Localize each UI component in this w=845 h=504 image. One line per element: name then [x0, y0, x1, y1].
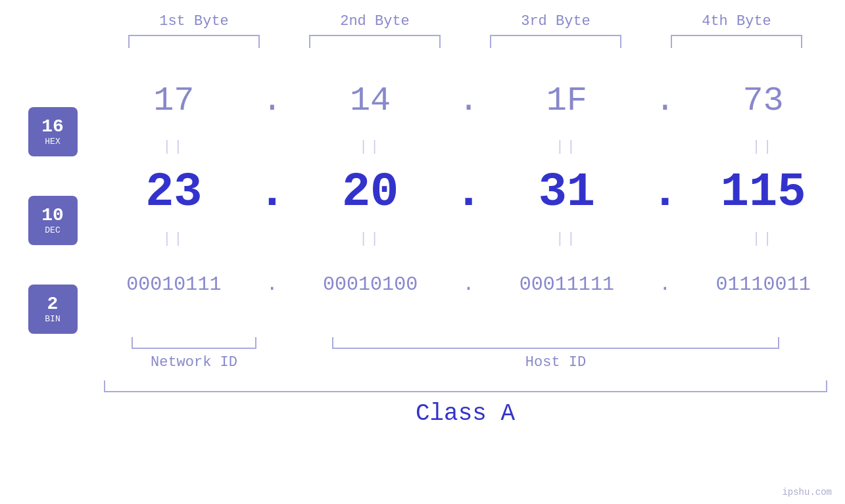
dec-dot2: .: [452, 166, 485, 219]
host-id-label: Host ID: [285, 354, 827, 371]
vbar-4: ||: [752, 139, 774, 155]
vbar-2: ||: [359, 139, 381, 155]
bin-dot3: .: [648, 273, 681, 296]
hex-badge: 16 HEX: [28, 107, 78, 156]
bracket-top-1: [128, 35, 260, 48]
vbar2-1: ||: [162, 231, 185, 247]
bin-badge: 2 BIN: [28, 285, 78, 334]
hex-byte1: 17: [92, 81, 256, 120]
bin-byte2: 00010100: [289, 273, 452, 296]
byte-headers: 1st Byte 2nd Byte 3rd Byte 4th Byte: [104, 13, 827, 30]
hex-badge-label: HEX: [45, 137, 60, 147]
dec-badge-number: 10: [41, 206, 64, 226]
top-bracket-1: [104, 35, 285, 48]
host-bracket-bottom: [332, 337, 779, 349]
bin-dot2: .: [452, 273, 485, 296]
byte1-header: 1st Byte: [104, 13, 285, 30]
dec-byte2: 20: [289, 166, 452, 219]
main-container: 1st Byte 2nd Byte 3rd Byte 4th Byte 16 H…: [0, 0, 845, 504]
vbar2-4: ||: [752, 231, 774, 247]
dec-byte4: 115: [681, 166, 845, 219]
top-bracket-2: [285, 35, 466, 48]
vsep2-cell-4: ||: [681, 231, 845, 247]
content-grid: 17 . 14 . 1F . 73 || || ||: [92, 68, 845, 334]
badges-column: 16 HEX 10 DEC 2 BIN: [0, 68, 92, 334]
hex-byte2: 14: [289, 81, 452, 120]
vsep-cell-4: ||: [681, 139, 845, 155]
vsep2-cell-3: ||: [485, 231, 649, 247]
hex-byte4: 73: [681, 81, 845, 120]
network-bracket-bottom: [132, 337, 256, 349]
dec-badge: 10 DEC: [28, 196, 78, 245]
vsep-cell-2: ||: [289, 139, 452, 155]
vbar2-2: ||: [359, 231, 381, 247]
vert-sep-1: || || || ||: [92, 133, 845, 160]
network-bracket: [104, 337, 285, 349]
bottom-section: Network ID Host ID Class A: [104, 337, 827, 427]
bracket-top-3: [490, 35, 621, 48]
bin-dot1: .: [256, 273, 289, 296]
hex-dot1: .: [256, 81, 289, 120]
vsep2-cell-1: ||: [92, 231, 256, 247]
vbar-1: ||: [162, 139, 185, 155]
bottom-labels: Network ID Host ID: [104, 354, 827, 371]
vbar2-3: ||: [556, 231, 578, 247]
network-id-label: Network ID: [104, 354, 285, 371]
top-bracket-3: [466, 35, 646, 48]
byte3-header: 3rd Byte: [466, 13, 646, 30]
dec-byte3: 31: [485, 166, 649, 219]
top-bracket-4: [646, 35, 827, 48]
vsep-cell-3: ||: [485, 139, 649, 155]
bottom-brackets: [104, 337, 827, 349]
dec-badge-label: DEC: [45, 225, 60, 235]
bracket-top-2: [309, 35, 441, 48]
bin-byte3: 00011111: [485, 273, 649, 296]
dec-dot3: .: [648, 166, 681, 219]
bin-row: 00010111 . 00010100 . 00011111 . 0111001…: [92, 252, 845, 317]
byte4-header: 4th Byte: [646, 13, 827, 30]
hex-row: 17 . 14 . 1F . 73: [92, 68, 845, 133]
class-bracket: [104, 380, 827, 392]
bin-badge-label: BIN: [45, 314, 60, 324]
byte2-header: 2nd Byte: [285, 13, 466, 30]
vert-sep-2: || || || ||: [92, 225, 845, 252]
dec-byte1: 23: [92, 166, 256, 219]
class-label: Class A: [104, 400, 827, 427]
host-bracket: [285, 337, 827, 349]
hex-badge-number: 16: [41, 117, 64, 137]
bin-byte4: 01110011: [681, 273, 845, 296]
bracket-top-4: [671, 35, 802, 48]
watermark: ipshu.com: [782, 487, 832, 497]
bin-byte1: 00010111: [92, 273, 256, 296]
top-brackets: [104, 35, 827, 48]
rows-area: 16 HEX 10 DEC 2 BIN 17 . 14 . 1F . 73: [0, 68, 845, 334]
dec-dot1: .: [256, 166, 289, 219]
dec-row: 23 . 20 . 31 . 115: [92, 160, 845, 225]
vsep2-cell-2: ||: [289, 231, 452, 247]
hex-dot2: .: [452, 81, 485, 120]
hex-byte3: 1F: [485, 81, 649, 120]
vbar-3: ||: [556, 139, 578, 155]
bin-badge-number: 2: [47, 294, 59, 315]
hex-dot3: .: [648, 81, 681, 120]
class-section: Class A: [104, 380, 827, 427]
vsep-cell-1: ||: [92, 139, 256, 155]
